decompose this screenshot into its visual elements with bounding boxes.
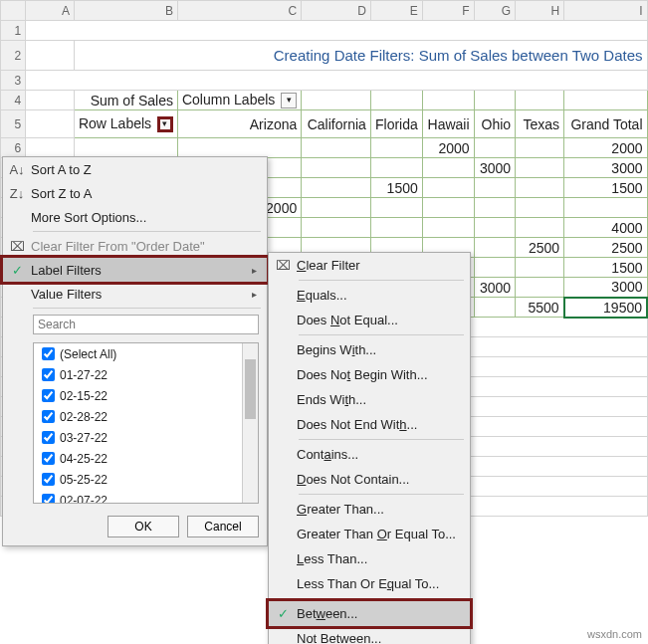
page-title: Creating Date Filters: Sum of Sales betw… <box>74 41 647 71</box>
list-item: 02-07-22 <box>34 490 258 504</box>
cell[interactable]: 1500 <box>564 178 647 198</box>
row-labels-context-menu: A↓ Sort A to Z Z↓ Sort Z to A More Sort … <box>2 156 268 546</box>
col-C[interactable]: C <box>177 1 301 21</box>
clear-filter-from[interactable]: ⌧ Clear Filter From "Order Date" <box>3 234 267 258</box>
checkbox[interactable] <box>42 410 55 423</box>
cell[interactable]: 2500 <box>564 238 647 258</box>
col-E[interactable]: E <box>370 1 422 21</box>
clear-filter-icon: ⌧ <box>3 239 31 254</box>
cell[interactable]: 2000 <box>564 138 647 158</box>
cell[interactable]: 2000 <box>422 138 474 158</box>
checkbox[interactable] <box>42 347 55 360</box>
clear-filter[interactable]: ⌧ Clear Filter <box>269 253 470 278</box>
begins-with[interactable]: Begins With... <box>269 337 470 362</box>
greater-than[interactable]: Greater Than... <box>269 497 470 522</box>
state-florida[interactable]: Florida <box>370 110 422 138</box>
checkbox[interactable] <box>42 431 55 444</box>
column-labels-text: Column Labels <box>182 92 275 107</box>
cancel-button[interactable]: Cancel <box>187 516 259 537</box>
sum-of-sales-label[interactable]: Sum of Sales <box>74 91 177 110</box>
cell[interactable]: 4000 <box>564 218 647 238</box>
column-labels-dropdown-icon[interactable]: ▾ <box>281 93 297 108</box>
col-G[interactable]: G <box>474 1 516 21</box>
cell[interactable]: 3000 <box>564 158 647 178</box>
row-labels-dropdown-icon[interactable]: ▾ <box>157 116 173 132</box>
less-than-or-equal[interactable]: Less Than Or Equal To... <box>269 571 470 596</box>
row-labels-text: Row Labels <box>79 115 151 131</box>
state-hawaii[interactable]: Hawaii <box>422 110 474 138</box>
col-B[interactable]: B <box>74 1 177 21</box>
greater-than-or-equal[interactable]: Greater Than Or Equal To... <box>269 522 470 546</box>
equals[interactable]: Equals... <box>269 283 470 308</box>
sort-desc-icon: Z↓ <box>3 186 31 201</box>
list-item: 05-25-22 <box>34 469 258 490</box>
list-item: 02-28-22 <box>34 406 258 427</box>
checkbox[interactable] <box>42 473 55 486</box>
more-sort-options[interactable]: More Sort Options... <box>3 205 267 229</box>
list-item: 04-25-22 <box>34 448 258 469</box>
does-not-begin-with[interactable]: Does Not Begin With... <box>269 362 470 387</box>
scrollbar[interactable] <box>242 343 258 503</box>
between[interactable]: ✓ Between... <box>269 601 470 626</box>
does-not-equal[interactable]: Does Not Equal... <box>269 308 470 332</box>
cell[interactable]: 5500 <box>516 298 564 318</box>
clear-filter-icon: ⌧ <box>269 258 297 273</box>
checkbox[interactable] <box>42 389 55 402</box>
selected-cell[interactable]: 19500 <box>564 298 647 318</box>
cell[interactable]: 1500 <box>564 258 647 278</box>
list-item: 01-27-22 <box>34 364 258 385</box>
ok-button[interactable]: OK <box>108 516 179 537</box>
chevron-right-icon: ▸ <box>247 265 261 276</box>
filter-items-list[interactable]: (Select All) 01-27-22 02-15-22 02-28-22 … <box>33 342 259 504</box>
value-filters[interactable]: Value Filters ▸ <box>3 282 267 306</box>
state-ohio[interactable]: Ohio <box>474 110 516 138</box>
list-item: 02-15-22 <box>34 385 258 406</box>
list-item: 03-27-22 <box>34 427 258 448</box>
cell[interactable]: 2500 <box>516 238 564 258</box>
col-H[interactable]: H <box>516 1 564 21</box>
corner-cell[interactable] <box>1 1 26 21</box>
col-A[interactable]: A <box>26 1 75 21</box>
checkbox[interactable] <box>42 452 55 465</box>
col-F[interactable]: F <box>422 1 474 21</box>
row-labels[interactable]: Row Labels ▾ <box>74 110 177 138</box>
sort-z-to-a[interactable]: Z↓ Sort Z to A <box>3 181 267 205</box>
list-item: (Select All) <box>34 343 258 364</box>
sort-asc-icon: A↓ <box>3 162 31 177</box>
check-icon: ✓ <box>3 263 31 278</box>
col-I[interactable]: I <box>564 1 647 21</box>
checkbox[interactable] <box>42 494 55 504</box>
contains[interactable]: Contains... <box>269 442 470 467</box>
not-between[interactable]: Not Between... <box>269 626 470 644</box>
ends-with[interactable]: Ends With... <box>269 387 470 412</box>
cell[interactable]: 3000 <box>564 278 647 298</box>
state-texas[interactable]: Texas <box>516 110 564 138</box>
checkbox[interactable] <box>42 368 55 381</box>
watermark: wsxdn.com <box>587 628 642 640</box>
col-D[interactable]: D <box>302 1 371 21</box>
does-not-contain[interactable]: Does Not Contain... <box>269 467 470 492</box>
cell[interactable]: 3000 <box>474 278 516 298</box>
cell[interactable]: 1500 <box>370 178 422 198</box>
column-labels[interactable]: Column Labels ▾ <box>177 91 301 110</box>
state-arizona[interactable]: Arizona <box>177 110 301 138</box>
cell[interactable]: 3000 <box>474 158 516 178</box>
less-than[interactable]: Less Than... <box>269 546 470 571</box>
search-input[interactable] <box>33 315 259 334</box>
does-not-end-with[interactable]: Does Not End With... <box>269 412 470 437</box>
label-filters-submenu: ⌧ Clear Filter Equals... Does Not Equal.… <box>268 252 471 644</box>
label-filters[interactable]: ✓ Label Filters ▸ <box>3 258 267 282</box>
grand-total-col[interactable]: Grand Total <box>564 110 647 138</box>
check-icon: ✓ <box>269 606 297 621</box>
chevron-right-icon: ▸ <box>247 289 261 300</box>
state-california[interactable]: California <box>302 110 371 138</box>
sort-a-to-z[interactable]: A↓ Sort A to Z <box>3 157 267 181</box>
